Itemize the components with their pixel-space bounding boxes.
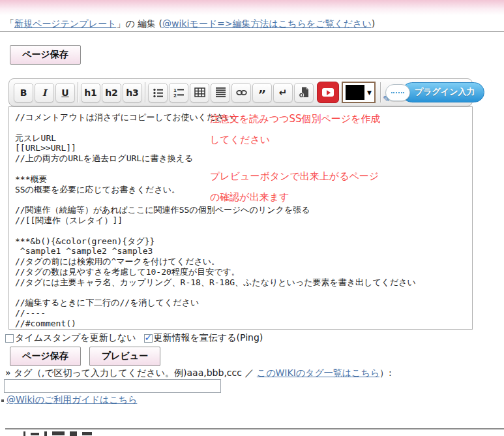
bold-button[interactable]: B — [14, 83, 33, 102]
toolbar-separator — [380, 82, 381, 102]
bullet-list-icon — [153, 87, 164, 98]
save-page-button-bottom[interactable]: ページ保存 — [10, 347, 81, 366]
preview-button[interactable]: プレビュー — [89, 347, 160, 366]
title-text: 」の 編集 ( — [116, 18, 162, 29]
youtube-button[interactable] — [317, 82, 339, 103]
check-icon: ✓ — [145, 332, 153, 343]
toolbar-separator — [145, 82, 145, 102]
title-divider — [0, 31, 504, 32]
table-button[interactable] — [190, 83, 209, 102]
plugin-input-button[interactable]: ✎ プラグイン入力 — [385, 82, 484, 102]
heading1-button[interactable]: h1 — [81, 83, 100, 102]
align-lines-icon — [216, 87, 226, 97]
play-triangle-icon — [327, 90, 331, 95]
list-bullet — [1, 399, 4, 402]
quote-button[interactable]: ” — [252, 83, 272, 102]
svg-text:1: 1 — [173, 87, 177, 93]
action-buttons-row: ページ保存 プレビュー — [10, 347, 160, 366]
pencil-icon: ✎ — [383, 94, 390, 104]
dotted-line-icon — [391, 92, 404, 93]
timestamp-checkbox[interactable] — [5, 334, 14, 343]
underline-button[interactable]: U — [55, 83, 75, 102]
save-options-row: タイムスタンプを更新しない ✓ 更新情報を宣伝する(Ping) — [5, 332, 263, 344]
page-name-link[interactable]: 新規ページテンプレート — [14, 18, 116, 29]
speech-bubble-icon: ✎ — [385, 84, 410, 101]
svg-text:2: 2 — [173, 93, 177, 98]
tag-instructions: » タグ（,で区切って入力してください。例)aaa,bbb,ccc ／ このWI… — [5, 367, 392, 379]
table-icon — [194, 87, 205, 97]
wiki-source-textarea[interactable]: //コメントアウトは消さずにコピーしてお使いください。 元スレURL [[URL… — [8, 106, 473, 330]
text-color-picker[interactable]: ▼ — [342, 82, 376, 103]
top-gradient-band — [0, 0, 504, 15]
plugin-input-label: プラグイン入力 — [402, 82, 484, 102]
tag-input[interactable] — [4, 379, 221, 393]
color-swatch — [346, 85, 364, 100]
bullet-list-button[interactable] — [148, 83, 168, 102]
link-button[interactable] — [231, 83, 251, 102]
align-button[interactable] — [211, 83, 230, 102]
numbered-list-button[interactable]: 1 2 — [169, 83, 188, 102]
clipped-heading — [23, 431, 92, 436]
youtube-icon — [322, 88, 334, 97]
chevron-down-icon: ▼ — [367, 89, 372, 96]
ping-checkbox-label: 更新情報を宣伝する(Ping) — [154, 332, 263, 344]
wiki-guide-link[interactable]: @Wikiのご利用ガイドはこちら — [7, 394, 137, 405]
timestamp-checkbox-label: タイムスタンプを更新しない — [15, 332, 136, 344]
tag-label: » タグ（,で区切って入力してください。例)aaa,bbb,ccc ／ — [5, 367, 257, 378]
title-text: 「 — [5, 18, 14, 29]
edit-help-link[interactable]: @wikiモード=>編集方法はこちらをご覧ください — [162, 18, 372, 29]
ping-checkbox[interactable]: ✓ — [144, 334, 153, 343]
editor-toolbar: B I U h1 h2 h3 1 2 — [8, 78, 473, 106]
page-add-icon — [299, 87, 310, 98]
tag-list-link[interactable]: このWIKIのタグ一覧はこちら — [257, 367, 379, 378]
toolbar-separator — [78, 82, 78, 102]
bottom-divider — [5, 428, 504, 429]
italic-button[interactable]: I — [35, 83, 54, 102]
page-title: 「新規ページテンプレート」の 編集 (@wikiモード=>編集方法はこちらをご覧… — [5, 18, 375, 30]
save-page-button-top[interactable]: ページ保存 — [10, 45, 81, 65]
heading2-button[interactable]: h2 — [102, 83, 121, 102]
linebreak-button[interactable]: ↵ — [273, 83, 293, 102]
heading3-button[interactable]: h3 — [123, 83, 142, 102]
tag-label-suffix: ）: — [379, 367, 392, 378]
link-chain-icon — [236, 88, 247, 97]
wiki-edit-page: 「新規ページテンプレート」の 編集 (@wikiモード=>編集方法はこちらをご覧… — [0, 0, 504, 436]
title-text: ) — [372, 18, 375, 29]
guide-link-row: @Wikiのご利用ガイドはこちら — [7, 394, 137, 406]
numbered-list-icon: 1 2 — [173, 87, 185, 98]
new-page-button[interactable] — [294, 83, 314, 102]
